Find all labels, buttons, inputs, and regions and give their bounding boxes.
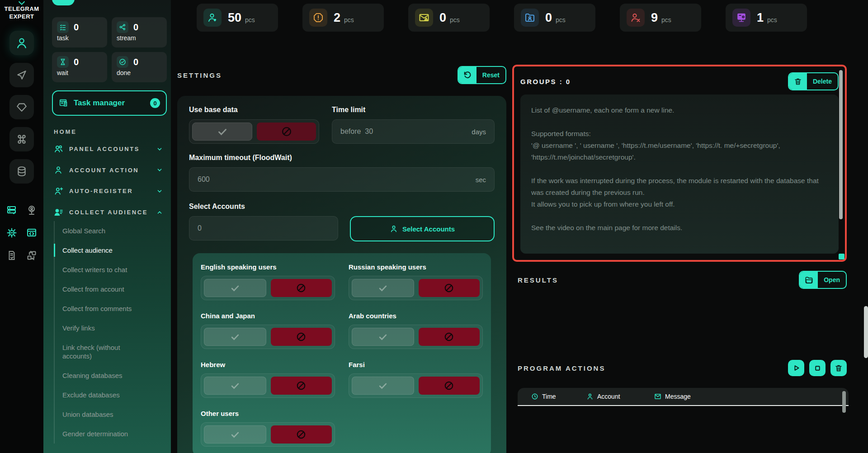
submenu-exclude-databases[interactable]: Exclude databases <box>55 385 168 405</box>
select-accounts-button[interactable]: Select Accounts <box>350 216 495 241</box>
rail-accounts-button[interactable] <box>9 31 34 55</box>
user-icon <box>54 165 64 175</box>
menu-account-action-label: ACCOUNT ACTION <box>69 167 151 174</box>
stat-warnings: 2 pcs <box>302 4 384 32</box>
toggle-yes-option[interactable] <box>352 328 414 346</box>
block-icon <box>296 331 307 342</box>
database-icon <box>16 165 28 177</box>
check-icon <box>378 332 388 342</box>
toggle-no-option[interactable] <box>257 123 316 141</box>
submenu-gender-determination[interactable]: Gender determination <box>55 424 168 444</box>
block-icon <box>443 380 454 391</box>
groups-scrollbar[interactable] <box>839 70 843 219</box>
column-time-label: Time <box>542 393 556 400</box>
toggle-yes-option[interactable] <box>204 279 266 297</box>
stat-task-value: 0 <box>74 22 79 33</box>
gear-icon[interactable] <box>6 227 18 239</box>
menu-panel-accounts-label: PANEL ACCOUNTS <box>69 146 151 152</box>
toggle-no-option[interactable] <box>271 328 332 346</box>
rail-send-button[interactable] <box>9 63 34 87</box>
stat-wait-label: wait <box>57 69 102 76</box>
swap-squares-icon[interactable] <box>26 250 38 261</box>
user-icon <box>390 225 398 233</box>
stop-icon <box>814 364 821 372</box>
page-scrollbar[interactable] <box>864 306 868 358</box>
toggle-no-option[interactable] <box>271 425 332 444</box>
check-icon <box>217 126 228 137</box>
toggle-no-option[interactable] <box>419 328 480 346</box>
toggle-yes-option[interactable] <box>352 279 414 297</box>
select-accounts-value: 0 <box>198 224 202 232</box>
lang-china-japan-toggle <box>201 325 335 349</box>
server-check-icon[interactable] <box>6 204 18 216</box>
column-message: Message <box>654 393 691 400</box>
lang-russian-toggle <box>349 276 483 300</box>
open-results-label: Open <box>818 272 846 288</box>
toggle-yes-option[interactable] <box>192 123 252 141</box>
rail-premium-button[interactable] <box>9 95 34 119</box>
stat-done-value: 0 <box>133 57 138 67</box>
code-window-icon[interactable] <box>26 227 38 239</box>
submenu-collect-audience[interactable]: Collect audience <box>55 241 168 260</box>
stat-value: 2 <box>334 11 340 25</box>
block-icon <box>296 283 307 293</box>
toggle-yes-option[interactable] <box>204 328 266 346</box>
toggle-yes-option[interactable] <box>204 377 266 395</box>
groups-resize-handle[interactable] <box>839 254 844 260</box>
user-heart-icon <box>203 9 222 27</box>
stat-card-wait: 0 wait <box>52 52 107 82</box>
sidebar-top-pill[interactable] <box>52 0 75 5</box>
submenu-collect-writers[interactable]: Collect writers to chat <box>55 260 168 279</box>
stat-unit: pcs <box>767 16 777 24</box>
select-accounts-input[interactable]: 0 <box>189 216 338 241</box>
groups-textarea[interactable]: List of @username, each one form a new l… <box>520 94 839 254</box>
stat-value: 9 <box>651 11 658 25</box>
task-manager-label: Task manager <box>74 99 145 108</box>
toggle-yes-option[interactable] <box>204 425 266 444</box>
submenu-collect-from-account[interactable]: Collect from account <box>55 279 168 299</box>
clear-log-button[interactable] <box>830 360 847 376</box>
submenu-link-check[interactable]: Link check (without accounts) <box>55 338 136 366</box>
submenu-collect-from-comments[interactable]: Collect from comments <box>55 299 168 318</box>
reset-button[interactable]: Reset <box>458 66 506 84</box>
lang-english-label: English speaking users <box>201 263 335 271</box>
task-manager-button[interactable]: Task manager 0 <box>52 90 167 116</box>
stat-users-collected: 50 pcs <box>197 4 278 32</box>
user-webcam-icon[interactable] <box>26 204 38 216</box>
max-timeout-input[interactable]: 600 sec <box>189 167 495 192</box>
submenu-verify-links[interactable]: Verify links <box>55 318 168 338</box>
toggle-no-option[interactable] <box>271 377 332 395</box>
reset-button-label: Reset <box>476 67 505 83</box>
menu-panel-accounts[interactable]: PANEL ACCOUNTS <box>43 138 171 160</box>
menu-collect-audience[interactable]: COLLECT AUDIENCE <box>43 202 171 223</box>
stat-card-done: 0 done <box>112 52 167 82</box>
trash-icon <box>835 364 843 372</box>
rail-commands-button[interactable] <box>9 127 34 151</box>
toggle-no-option[interactable] <box>419 377 480 395</box>
stop-button[interactable] <box>809 360 826 376</box>
rail-database-button[interactable] <box>9 159 34 184</box>
submenu-global-search[interactable]: Global Search <box>55 221 168 241</box>
hourglass-icon <box>57 56 69 68</box>
submenu-union-databases[interactable]: Union databases <box>55 405 168 424</box>
lang-hebrew-toggle <box>201 373 335 398</box>
table-scrollbar[interactable] <box>842 391 846 413</box>
menu-auto-register[interactable]: AUTO-REGISTER <box>43 180 171 202</box>
lang-china-japan-label: China and Japan <box>201 312 335 320</box>
user-plus-icon <box>54 186 64 196</box>
column-account: Account <box>586 393 654 400</box>
mail-icon <box>654 393 661 400</box>
trash-icon <box>789 73 807 90</box>
document-check-icon[interactable] <box>6 250 18 261</box>
lang-arab-toggle <box>349 325 483 349</box>
toggle-yes-option[interactable] <box>352 377 414 395</box>
column-time: Time <box>531 393 586 400</box>
start-button[interactable] <box>788 360 804 376</box>
submenu-cleaning-databases[interactable]: Cleaning databases <box>55 366 168 385</box>
toggle-no-option[interactable] <box>271 279 332 297</box>
toggle-no-option[interactable] <box>419 279 480 297</box>
time-limit-input[interactable]: before 30 days <box>332 119 495 144</box>
menu-account-action[interactable]: ACCOUNT ACTION <box>43 160 171 180</box>
delete-button[interactable]: Delete <box>788 72 839 90</box>
open-results-button[interactable]: Open <box>799 271 847 289</box>
